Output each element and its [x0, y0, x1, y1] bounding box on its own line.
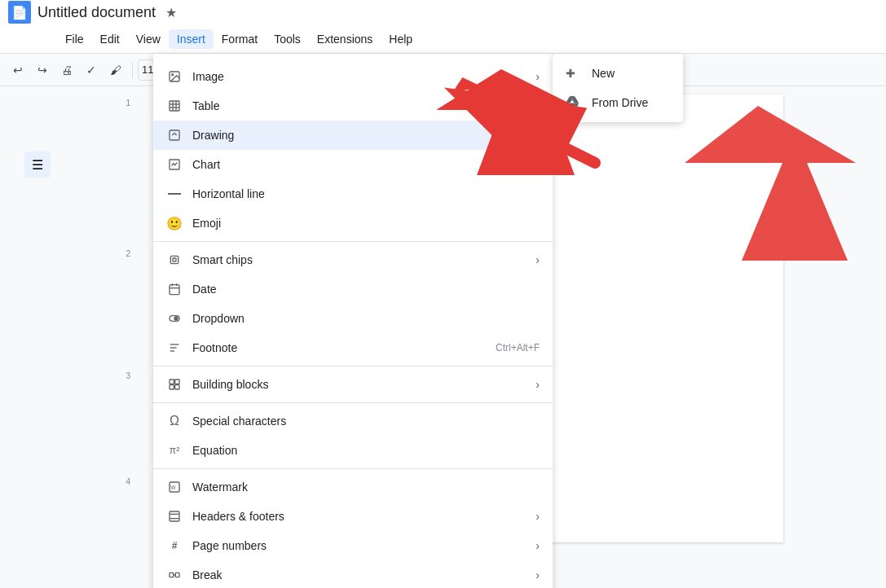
watermark-icon: W [166, 480, 183, 494]
menu-section-5: W Watermark Headers & footers › # Page n… [153, 469, 553, 588]
menu-section-4: Ω Special characters π² Equation [153, 403, 553, 469]
right-scrollbar[interactable] [874, 86, 886, 570]
insert-drawing-label: Drawing [192, 129, 536, 142]
insert-headers-footers-label: Headers & footers [192, 510, 536, 523]
insert-image-item[interactable]: Image › [153, 62, 553, 91]
equation-icon: π² [166, 445, 183, 456]
title-bar: 📄 Untitled document ★ [0, 0, 886, 24]
insert-dropdown-menu: Image › Table › Drawing › Chart › [153, 54, 553, 588]
page-numbers-icon: # [166, 540, 183, 551]
footnote-shortcut: Ctrl+Alt+F [496, 342, 540, 353]
insert-watermark-label: Watermark [192, 480, 540, 494]
smart-chips-icon [166, 253, 183, 266]
insert-break-item[interactable]: Break › [153, 560, 553, 588]
svg-rect-2 [170, 101, 179, 111]
insert-footnote-label: Footnote [192, 341, 496, 354]
menu-view[interactable]: View [128, 29, 169, 49]
menu-insert[interactable]: Insert [169, 29, 214, 49]
insert-headers-footers-item[interactable]: Headers & footers › [153, 502, 553, 531]
insert-horizontal-line-item[interactable]: Horizontal line [153, 179, 553, 208]
svg-rect-30 [170, 573, 174, 577]
insert-smart-chips-label: Smart chips [192, 253, 536, 266]
horizontal-line-icon [166, 192, 183, 195]
drawing-arrow-icon: › [536, 129, 540, 142]
insert-page-numbers-label: Page numbers [192, 539, 536, 552]
svg-rect-11 [173, 258, 176, 261]
drawing-from-drive-item[interactable]: From Drive [553, 88, 683, 117]
insert-table-item[interactable]: Table › [153, 91, 553, 121]
page-num-2: 2 [126, 249, 130, 258]
chart-icon [166, 158, 183, 171]
document-title[interactable]: Untitled document [37, 4, 156, 21]
print-button[interactable]: 🖨 [55, 59, 78, 81]
menu-section-1: Image › Table › Drawing › Chart › [153, 59, 553, 242]
insert-equation-item[interactable]: π² Equation [153, 436, 553, 465]
insert-image-label: Image [192, 70, 536, 83]
insert-date-label: Date [192, 283, 540, 296]
star-icon[interactable]: ★ [165, 5, 177, 20]
insert-dropdown-item[interactable]: Dropdown [153, 304, 553, 333]
menu-section-3: Building blocks › [153, 366, 553, 403]
insert-special-chars-item[interactable]: Ω Special characters [153, 406, 553, 436]
svg-point-1 [172, 74, 174, 76]
drawing-new-item[interactable]: ✚ New [553, 59, 683, 88]
special-chars-icon: Ω [166, 414, 183, 428]
drawing-from-drive-label: From Drive [592, 96, 648, 109]
page-numbers-arrow-icon: › [536, 539, 540, 552]
break-icon [166, 568, 183, 581]
insert-page-numbers-item[interactable]: # Page numbers › [153, 531, 553, 560]
insert-footnote-item[interactable]: Footnote Ctrl+Alt+F [153, 333, 553, 362]
drawing-icon [166, 129, 183, 142]
insert-emoji-label: Emoji [192, 217, 540, 230]
drawing-new-icon: ✚ [566, 67, 582, 80]
svg-rect-23 [170, 385, 174, 389]
table-arrow-icon: › [536, 99, 540, 112]
insert-table-label: Table [192, 99, 536, 112]
insert-dropdown-label: Dropdown [192, 312, 540, 325]
insert-drawing-item[interactable]: Drawing › [153, 121, 553, 150]
left-sidebar: 1 2 3 4 ☰ [0, 86, 139, 570]
building-blocks-arrow-icon: › [536, 378, 540, 391]
drawing-new-label: New [592, 67, 615, 80]
image-arrow-icon: › [536, 70, 540, 83]
insert-break-label: Break [192, 568, 536, 581]
menu-section-2: Smart chips › Date Dropdown Footnote Ctr… [153, 242, 553, 366]
redo-button[interactable]: ↪ [31, 59, 54, 81]
insert-emoji-item[interactable]: 🙂 Emoji [153, 208, 553, 238]
font-size-value: 11 [142, 64, 153, 76]
drawing-submenu: ✚ New From Drive [553, 54, 683, 122]
headers-footers-arrow-icon: › [536, 510, 540, 523]
insert-watermark-item[interactable]: W Watermark [153, 472, 553, 502]
menu-file[interactable]: File [57, 29, 92, 49]
date-icon [166, 283, 183, 296]
building-blocks-icon [166, 378, 183, 391]
insert-building-blocks-item[interactable]: Building blocks › [153, 370, 553, 399]
svg-rect-24 [175, 385, 179, 389]
spellcheck-button[interactable]: ✓ [80, 59, 103, 81]
outline-icon[interactable]: ☰ [24, 151, 51, 178]
insert-horizontal-line-label: Horizontal line [192, 187, 540, 200]
svg-rect-27 [170, 511, 179, 521]
menu-help[interactable]: Help [381, 29, 421, 49]
image-icon [166, 70, 183, 83]
undo-button[interactable]: ↩ [7, 59, 29, 81]
svg-rect-12 [170, 285, 179, 295]
page-num-3: 3 [126, 371, 130, 380]
menu-format[interactable]: Format [214, 29, 266, 49]
app-icon: 📄 [8, 1, 31, 24]
svg-rect-31 [175, 573, 179, 577]
footnote-icon [166, 341, 183, 354]
headers-footers-icon [166, 510, 183, 523]
insert-date-item[interactable]: Date [153, 274, 553, 304]
page-num-1: 1 [126, 99, 130, 108]
insert-chart-item[interactable]: Chart › [153, 150, 553, 179]
separator-1 [132, 62, 133, 78]
menu-tools[interactable]: Tools [266, 29, 309, 49]
menu-edit[interactable]: Edit [92, 29, 128, 49]
svg-rect-22 [175, 380, 179, 384]
paint-format-button[interactable]: 🖌 [104, 59, 127, 81]
svg-rect-10 [170, 256, 178, 263]
insert-smart-chips-item[interactable]: Smart chips › [153, 245, 553, 274]
menu-extensions[interactable]: Extensions [309, 29, 381, 49]
svg-rect-7 [170, 130, 179, 140]
